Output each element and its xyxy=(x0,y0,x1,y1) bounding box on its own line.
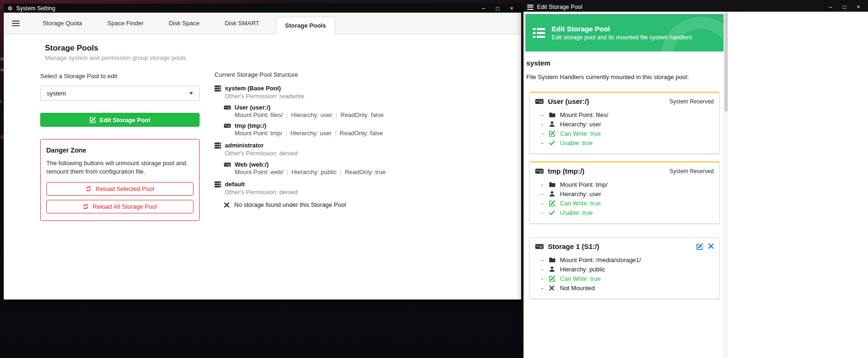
handler-row: -Not Mounted xyxy=(535,283,714,292)
storage-details: Mount Point: files/|Hierarchy: user|Read… xyxy=(235,111,510,118)
reload-all-pool-button[interactable]: Reload All Storage Pool xyxy=(46,200,194,213)
handler-name: tmp (tmp:/) xyxy=(548,167,584,175)
handler-row: -Can Write: true xyxy=(535,274,714,283)
edit-handler-button[interactable] xyxy=(696,243,703,250)
handler-row: -Hierarchy: public xyxy=(535,264,714,274)
separator: | xyxy=(336,111,337,118)
minimize-button[interactable]: – xyxy=(827,4,833,10)
bullet: - xyxy=(541,130,549,137)
edit-pool-titlebar: Edit Storage Pool – □ × xyxy=(524,2,868,12)
handler-row: -Hierarchy: user xyxy=(535,119,714,129)
scrollbar[interactable] xyxy=(724,12,728,358)
tab-disk-space[interactable]: Disk Space xyxy=(160,13,208,34)
caret-down-icon xyxy=(189,92,193,95)
handler-name: Storage 1 (S1:/) xyxy=(548,242,599,250)
window-title: Edit Storage Pool xyxy=(537,4,582,10)
handler-rows: -Mount Point: tmp/ -Hierarchy: user -Can… xyxy=(535,180,714,217)
remove-handler-button[interactable] xyxy=(708,243,714,250)
server-icon xyxy=(215,181,221,188)
system-reserved-badge: System Reserved xyxy=(669,168,714,175)
window-menu-icon xyxy=(527,3,533,11)
desktop-icon-label[interactable]: xt xyxy=(0,67,4,72)
reload-all-label: Reload All Storage Pool xyxy=(93,203,157,210)
row-text: Can Write: true xyxy=(560,200,601,207)
tab-storage-pools[interactable]: Storage Pools xyxy=(276,17,335,34)
separator: | xyxy=(286,130,287,137)
reload-selected-label: Reload Selected Pool xyxy=(95,185,154,192)
readonly: ReadOnly: false xyxy=(340,130,383,137)
pool-item: administrator Other's Permission: denied… xyxy=(215,142,510,175)
bullet: - xyxy=(541,121,549,128)
edit-icon xyxy=(90,117,96,123)
storage-details: Mount Point: web/|Hierarchy: public|Read… xyxy=(235,168,510,175)
tab-storage-quota[interactable]: Storage Quota xyxy=(34,13,91,34)
window-controls: – □ × xyxy=(481,6,517,11)
storage-name: tmp (tmp:/) xyxy=(235,122,266,129)
bullet: - xyxy=(541,139,549,146)
storage-header: User (user:/) xyxy=(224,104,510,111)
row-text: Mount Point: files/ xyxy=(560,111,608,118)
gear-icon: ⚙ xyxy=(7,6,13,11)
row-text: Can Write: true xyxy=(560,130,601,137)
edit-pool-pane: Edit Storage Pool Edit storage pool and … xyxy=(525,14,724,299)
hdd-icon xyxy=(535,168,544,174)
pool-header: administrator xyxy=(215,142,510,149)
window-controls: – □ × xyxy=(827,4,864,10)
banner-watermark xyxy=(661,17,724,51)
editing-pool-name: system xyxy=(526,59,724,67)
tab-space-finder[interactable]: Space Finder xyxy=(99,13,152,34)
storage-pool-tree: system (Base Pool) Other's Permission: r… xyxy=(215,85,510,208)
maximize-button[interactable]: □ xyxy=(495,6,501,11)
mount-point: Mount Point: web/ xyxy=(235,168,283,175)
desktop-icon-label[interactable]: l. xyxy=(0,99,3,104)
handler-row: -Mount Point: tmp/ xyxy=(535,180,714,189)
pool-structure-column: Current Storage Pool Structure system (B… xyxy=(211,34,510,213)
row-text: Hierarchy: user xyxy=(560,190,601,197)
close-button[interactable]: × xyxy=(855,4,861,10)
reload-selected-pool-button[interactable]: Reload Selected Pool xyxy=(46,182,194,196)
window-title: System Setting xyxy=(16,5,56,12)
bullet: - xyxy=(541,275,549,282)
page-subtitle: Manage system and permission group stora… xyxy=(45,54,200,61)
edit-pool-body: Edit Storage Pool Edit storage pool and … xyxy=(524,12,868,358)
refresh-icon xyxy=(86,186,92,192)
hdd-icon xyxy=(535,98,544,104)
desktop: W xt l. @ ⚙ System Setting – □ × Storage… xyxy=(0,0,868,358)
minimize-button[interactable]: – xyxy=(481,6,487,11)
edit-storage-pool-window: Edit Storage Pool – □ × Edit Storage Poo… xyxy=(524,2,868,358)
edit-storage-pool-button[interactable]: Edit Storage Pool xyxy=(40,113,200,127)
danger-zone-panel: Danger Zone The following buttons will u… xyxy=(40,139,200,221)
bullet: - xyxy=(541,181,549,188)
settings-content: Storage Pools Manage system and permissi… xyxy=(4,34,521,299)
menu-icon[interactable] xyxy=(12,19,20,28)
handlers-description: File System Handlers currently mounted i… xyxy=(526,73,724,80)
row-text: Usable: true xyxy=(560,209,593,216)
storage-pool-select[interactable]: system xyxy=(40,86,200,101)
storage-details: Mount Point: tmp/|Hierarchy: user|ReadOn… xyxy=(235,130,510,137)
row-text: Hierarchy: public xyxy=(560,266,605,273)
scrollbar-thumb[interactable] xyxy=(725,13,728,112)
structure-title: Current Storage Pool Structure xyxy=(215,71,510,78)
hdd-icon xyxy=(224,105,231,110)
handler-card: User (user:/) System Reserved -Mount Poi… xyxy=(529,92,720,154)
tab-disk-smart[interactable]: Disk SMART xyxy=(216,13,268,34)
handler-row: -Can Write: true xyxy=(535,198,714,208)
close-button[interactable]: × xyxy=(509,6,515,11)
check-icon xyxy=(549,210,560,215)
handler-card: Storage 1 (S1:/) -Mount Point: /media/st… xyxy=(529,237,720,299)
handler-actions xyxy=(696,243,714,250)
handler-header: tmp (tmp:/) System Reserved xyxy=(535,167,714,175)
pool-item: system (Base Pool) Other's Permission: r… xyxy=(215,85,510,137)
bullet: - xyxy=(541,200,549,207)
handler-row: -Hierarchy: user xyxy=(535,189,714,198)
selected-pool-value: system xyxy=(47,90,66,97)
user-icon xyxy=(549,121,560,127)
user-icon xyxy=(549,266,560,272)
row-text: Usable: true xyxy=(560,139,593,146)
handler-name: User (user:/) xyxy=(548,97,589,105)
maximize-button[interactable]: □ xyxy=(841,4,847,10)
storage-name: Web (web:/) xyxy=(235,161,269,168)
system-setting-titlebar: ⚙ System Setting – □ × xyxy=(4,4,521,13)
folder-icon xyxy=(549,257,560,263)
edit-icon xyxy=(549,276,560,282)
